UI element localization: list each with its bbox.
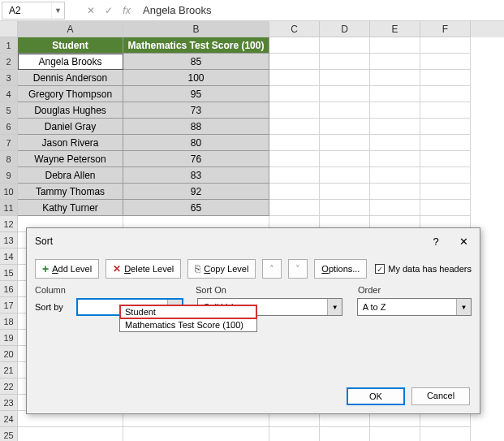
cell[interactable] [269, 86, 320, 102]
cell[interactable] [320, 184, 370, 200]
cell[interactable] [269, 167, 320, 184]
cell[interactable] [269, 70, 320, 86]
cancel-button[interactable]: Cancel [411, 387, 470, 405]
row-header[interactable]: 5 [0, 102, 18, 119]
cell[interactable] [370, 427, 420, 441]
delete-level-button[interactable]: ✕Delete Level [106, 259, 181, 279]
row-header[interactable]: 7 [0, 135, 18, 151]
cell[interactable] [320, 70, 370, 86]
row-header[interactable]: 2 [0, 54, 18, 70]
col-header-e[interactable]: E [370, 21, 420, 37]
move-down-button[interactable]: ˅ [288, 259, 308, 279]
add-level-button[interactable]: +Add Level [35, 259, 99, 279]
cell[interactable] [420, 102, 471, 119]
cell[interactable]: 80 [123, 135, 269, 151]
help-icon[interactable]: ? [428, 233, 444, 249]
col-header-d[interactable]: D [320, 21, 370, 37]
name-box[interactable]: A2 ▼ [2, 2, 65, 19]
cell[interactable]: 83 [123, 167, 269, 184]
cell[interactable] [420, 37, 471, 54]
enter-formula-icon[interactable]: ✓ [101, 2, 117, 19]
ok-button[interactable]: OK [347, 387, 405, 405]
cell[interactable]: Jason Rivera [18, 135, 123, 151]
row-header[interactable]: 1 [0, 37, 18, 54]
row-header[interactable]: 6 [0, 119, 18, 135]
close-icon[interactable]: ✕ [455, 233, 472, 249]
cell[interactable]: Student [18, 37, 123, 54]
cell[interactable] [123, 427, 269, 441]
cell[interactable] [420, 151, 471, 167]
move-up-button[interactable]: ˄ [262, 259, 282, 279]
copy-level-button[interactable]: ⎘Copy Level [187, 259, 256, 279]
row-header[interactable]: 12 [0, 216, 18, 232]
cell[interactable] [320, 200, 370, 216]
dropdown-item-math[interactable]: Mathematics Test Score (100) [120, 318, 256, 331]
cell[interactable]: 73 [123, 102, 269, 119]
cell[interactable]: Debra Allen [18, 167, 123, 184]
cell[interactable] [420, 184, 471, 200]
cell[interactable] [320, 86, 370, 102]
cell[interactable] [420, 135, 471, 151]
cell[interactable] [370, 102, 420, 119]
row-header[interactable]: 25 [0, 427, 18, 441]
cell[interactable] [320, 135, 370, 151]
cell[interactable] [370, 70, 420, 86]
cell[interactable] [320, 427, 370, 441]
cell[interactable] [370, 151, 420, 167]
row-header[interactable]: 23 [0, 395, 18, 411]
cell[interactable] [269, 102, 320, 119]
cell[interactable]: 100 [123, 70, 269, 86]
row-header[interactable]: 10 [0, 184, 18, 200]
cell[interactable] [420, 427, 471, 441]
cell[interactable] [420, 167, 471, 184]
cell[interactable]: Gregory Thompson [18, 86, 123, 102]
cell[interactable] [370, 200, 420, 216]
row-header[interactable]: 14 [0, 249, 18, 265]
cell[interactable]: Douglas Hughes [18, 102, 123, 119]
cell[interactable] [370, 54, 420, 70]
cancel-formula-icon[interactable]: ✕ [83, 2, 99, 19]
cell[interactable] [370, 167, 420, 184]
row-header[interactable]: 11 [0, 200, 18, 216]
options-button[interactable]: Options... [314, 259, 367, 279]
cell[interactable]: 76 [123, 151, 269, 167]
row-header[interactable]: 21 [0, 362, 18, 378]
cell[interactable] [370, 135, 420, 151]
row-header[interactable]: 3 [0, 70, 18, 86]
cell[interactable] [420, 54, 471, 70]
row-header[interactable]: 24 [0, 411, 18, 427]
cell[interactable]: Kathy Turner [18, 200, 123, 216]
row-header[interactable]: 22 [0, 378, 18, 395]
col-header-f[interactable]: F [420, 21, 471, 37]
cell[interactable]: 65 [123, 200, 269, 216]
cell[interactable] [269, 54, 320, 70]
col-header-a[interactable]: A [18, 21, 123, 37]
cell[interactable] [320, 151, 370, 167]
cell[interactable] [320, 102, 370, 119]
name-box-dropdown-icon[interactable]: ▼ [51, 2, 64, 19]
cell[interactable] [269, 151, 320, 167]
cell[interactable] [420, 119, 471, 135]
cell[interactable] [320, 119, 370, 135]
row-header[interactable]: 15 [0, 265, 18, 281]
cell[interactable]: Wayne Peterson [18, 151, 123, 167]
row-header[interactable]: 13 [0, 232, 18, 249]
cell[interactable] [269, 427, 320, 441]
cell[interactable] [320, 37, 370, 54]
cell[interactable] [320, 167, 370, 184]
cell[interactable]: Daniel Gray [18, 119, 123, 135]
cell[interactable]: Dennis Anderson [18, 70, 123, 86]
cell[interactable]: Mathematics Test Score (100) [123, 37, 269, 54]
cell[interactable] [269, 135, 320, 151]
fx-icon[interactable]: fx [118, 2, 135, 19]
cell[interactable] [269, 184, 320, 200]
row-header[interactable]: 20 [0, 346, 18, 362]
row-header[interactable]: 16 [0, 281, 18, 297]
dropdown-item-student[interactable]: Student [120, 305, 256, 318]
row-header[interactable]: 4 [0, 86, 18, 102]
cell[interactable] [320, 54, 370, 70]
row-header[interactable]: 8 [0, 151, 18, 167]
cell[interactable] [18, 427, 123, 441]
cell[interactable] [370, 184, 420, 200]
cell[interactable] [370, 86, 420, 102]
